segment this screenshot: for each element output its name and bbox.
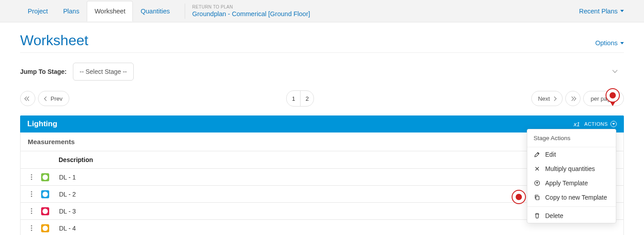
tab-quantities[interactable]: Quantities [133,1,177,21]
stage-actions-label: ACTIONS [585,121,608,127]
color-swatch [41,190,49,198]
pager-prev-button[interactable]: Prev [38,91,69,106]
dropdown-circle-icon [610,121,617,127]
pager-next-button[interactable]: Next [531,91,563,106]
options-label: Options [595,39,618,47]
copy-icon [534,194,541,201]
caret-down-icon [620,42,624,44]
chevron-left-icon [44,96,49,101]
annotation-marker-per-page [606,88,620,103]
color-swatch [41,173,49,181]
top-tab-bar: Project Plans Worksheet Quantities RETUR… [0,0,644,22]
edit-icon [534,151,541,158]
page-number-group: 1 2 [286,90,314,107]
popup-copy-template[interactable]: Copy to new Template [527,190,616,205]
trash-icon [534,212,541,219]
stage-select-wrap: -- Select Stage -- [73,63,624,81]
pager-prev-label: Prev [51,95,63,102]
row-menu-button[interactable] [28,225,35,231]
color-swatch [41,207,49,215]
row-menu-button[interactable] [28,191,35,197]
stage-actions-popup: Stage Actions Edit Multiply quantities A… [527,129,616,223]
popup-apply-label: Apply Template [545,179,588,187]
popup-edit-label: Edit [545,151,556,158]
popup-copy-label: Copy to new Template [545,194,607,201]
popup-multiply-label: Multiply quantities [545,165,595,172]
recent-plans-label: Recent Plans [579,8,618,15]
close-icon [534,165,541,172]
chevron-right-icon [552,96,556,101]
svg-rect-1 [536,196,539,200]
popup-header: Stage Actions [527,129,616,147]
pager-next-label: Next [538,95,550,102]
page-1[interactable]: 1 [287,91,300,106]
row-label: DL - 4 [59,225,76,232]
row-label: DL - 1 [59,174,76,181]
return-to-plan: RETURN TO PLAN Groundplan - Commerical [… [192,4,310,17]
popup-delete[interactable]: Delete [527,209,616,223]
stage-name: Lighting [27,120,57,128]
jump-to-stage-row: Jump To Stage: -- Select Stage -- [20,63,624,81]
row-label: DL - 2 [59,191,76,198]
jump-to-stage-label: Jump To Stage: [20,68,67,75]
tab-project[interactable]: Project [20,1,55,21]
stage-select[interactable]: -- Select Stage -- [73,63,134,81]
row-menu-button[interactable] [28,174,35,180]
popup-delete-label: Delete [545,212,563,219]
pager-first-button[interactable] [20,91,35,106]
popup-edit[interactable]: Edit [527,147,616,162]
page-2[interactable]: 2 [300,91,314,106]
tab-plans[interactable]: Plans [55,1,87,21]
page-title: Worksheet [20,32,88,49]
return-label: RETURN TO PLAN [192,4,310,9]
options-dropdown[interactable]: Options [595,39,624,47]
popup-apply-template[interactable]: Apply Template [527,176,616,190]
title-row: Worksheet Options [20,32,624,53]
stage-actions-button[interactable]: ACTIONS [585,121,617,127]
annotation-marker-copy [512,190,526,204]
popup-multiply[interactable]: Multiply quantities [527,162,616,176]
row-menu-button[interactable] [28,208,35,214]
divider [185,4,185,19]
circle-arrow-up-icon [534,179,541,187]
popup-separator [527,206,616,207]
caret-down-icon [620,10,624,12]
return-link[interactable]: Groundplan - Commerical [Ground Floor] [192,10,310,17]
tab-worksheet[interactable]: Worksheet [87,1,133,21]
recent-plans-dropdown[interactable]: Recent Plans [579,8,624,15]
color-swatch [41,224,49,232]
stage-multiplier: x1 [574,121,580,128]
pager-row: Prev 1 2 Next per page [20,90,624,107]
pager-last-button[interactable] [565,91,580,106]
row-label: DL - 3 [59,208,76,215]
